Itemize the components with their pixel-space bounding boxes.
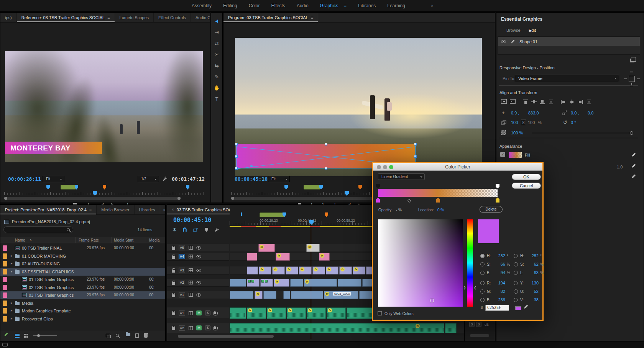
track-lock-icon[interactable] bbox=[172, 294, 175, 297]
source-timecode[interactable]: 00:00:28:11 bbox=[8, 176, 41, 182]
handle-mid-left[interactable] bbox=[235, 155, 238, 158]
track-mute-button[interactable]: M bbox=[196, 310, 202, 315]
workspace-tab-learning[interactable]: Learning bbox=[387, 3, 405, 8]
track-name-badge[interactable]: V4 bbox=[179, 254, 185, 259]
track-lock-icon[interactable] bbox=[172, 282, 175, 285]
track-eye-icon[interactable] bbox=[196, 293, 201, 297]
disclosure-icon[interactable]: ▸ bbox=[11, 301, 13, 305]
disclosure-icon[interactable]: ▸ bbox=[11, 254, 13, 258]
razor-tool[interactable]: ✂ bbox=[215, 51, 219, 57]
track-sync-icon[interactable] bbox=[189, 293, 193, 297]
track-name-badge[interactable]: A1 bbox=[179, 310, 185, 316]
hsb-value[interactable]: 239 bbox=[493, 297, 505, 302]
timeline-clip[interactable]: fx bbox=[286, 266, 298, 274]
timeline-clip[interactable] bbox=[283, 291, 290, 299]
voiceover-mic-icon[interactable] bbox=[214, 311, 216, 314]
track-eye-icon[interactable] bbox=[196, 255, 201, 258]
track-sync-icon[interactable] bbox=[189, 255, 193, 258]
column-frame-rate[interactable]: Frame Rate bbox=[79, 238, 99, 242]
ripple-edit-tool[interactable]: ⇄ bbox=[215, 40, 219, 46]
source-zoom-select[interactable]: Fit bbox=[43, 176, 64, 182]
hsb-radio-b-239[interactable] bbox=[480, 298, 485, 302]
hue-strip[interactable] bbox=[467, 219, 473, 307]
track-lock-icon[interactable] bbox=[172, 327, 175, 330]
handle-bottom-left[interactable] bbox=[235, 167, 238, 170]
rotation-value[interactable]: 0 ° bbox=[571, 120, 576, 125]
work-area-bar[interactable] bbox=[304, 185, 320, 190]
add-marker-icon[interactable] bbox=[205, 228, 208, 232]
workspace-tab-effects[interactable]: Effects bbox=[271, 3, 285, 8]
close-tab-icon[interactable]: × bbox=[172, 207, 174, 212]
tab-project-premierepro-nab2018-drop-02-4[interactable]: Project: PremierePro_NAB2018_Drop_02.4≡ bbox=[0, 205, 97, 214]
source-resolution-select[interactable]: 1/2 bbox=[138, 176, 159, 182]
marker-icon[interactable] bbox=[46, 185, 50, 190]
timeline-clip[interactable] bbox=[247, 279, 260, 287]
track-solo-button[interactable]: S bbox=[205, 310, 210, 315]
handle-top-center[interactable] bbox=[325, 143, 327, 145]
timeline-clip[interactable]: fx bbox=[247, 307, 266, 319]
cancel-button[interactable]: Cancel bbox=[512, 183, 541, 189]
workspace-tab-audio[interactable]: Audio bbox=[297, 3, 309, 8]
panel-overflow-icon[interactable]: » bbox=[160, 205, 165, 214]
voiceover-mic-icon[interactable] bbox=[214, 326, 216, 329]
icon-view-icon[interactable] bbox=[24, 334, 26, 335]
marker-icon[interactable] bbox=[358, 185, 362, 190]
timeline-settings-wrench-icon[interactable] bbox=[214, 227, 219, 232]
distribute-v-button[interactable] bbox=[548, 99, 554, 105]
timeline-clip[interactable] bbox=[445, 323, 457, 333]
column-name[interactable]: Name bbox=[15, 238, 25, 242]
workspace-menu-icon[interactable]: ≡ bbox=[344, 3, 347, 9]
eyedropper-icon[interactable] bbox=[631, 173, 636, 178]
color-stop[interactable] bbox=[376, 198, 380, 203]
color-stop[interactable] bbox=[436, 198, 440, 203]
workspace-overflow-icon[interactable]: » bbox=[431, 3, 432, 8]
hsl-radio-l-63[interactable] bbox=[514, 271, 518, 275]
color-stop[interactable] bbox=[496, 198, 499, 203]
tab-edit[interactable]: Edit bbox=[529, 28, 536, 34]
sort-ascending-icon[interactable]: ∧ bbox=[30, 238, 32, 242]
project-row-02-auto-ducking[interactable]: ▸02 AUTO-DUCKING bbox=[0, 260, 165, 268]
opacity-value[interactable]: 100 % bbox=[511, 131, 523, 135]
fill-checkbox[interactable]: ✓ bbox=[500, 152, 505, 157]
solo-button[interactable]: S bbox=[476, 322, 481, 327]
ok-button[interactable]: OK bbox=[512, 174, 541, 180]
type-tool[interactable]: T bbox=[215, 96, 219, 102]
track-eye-icon[interactable] bbox=[196, 281, 201, 284]
timeline-clip[interactable] bbox=[230, 291, 253, 299]
new-layer-icon[interactable] bbox=[631, 57, 636, 62]
timeline-clip[interactable]: fx bbox=[339, 266, 352, 274]
timeline-clip[interactable]: fx bbox=[307, 307, 326, 319]
timeline-clip[interactable] bbox=[260, 279, 273, 287]
timeline-clip[interactable]: fx bbox=[258, 244, 275, 252]
track-name-badge[interactable]: V1 bbox=[179, 292, 185, 297]
align-right-button[interactable] bbox=[577, 99, 583, 105]
align-hcenter-button[interactable] bbox=[569, 99, 575, 105]
track-sync-icon[interactable] bbox=[189, 326, 193, 330]
source-time-ruler[interactable] bbox=[4, 190, 207, 195]
timeline-clip[interactable] bbox=[290, 279, 303, 287]
hsl-radio-s-62[interactable] bbox=[514, 262, 518, 266]
opacity-value[interactable]: - % bbox=[396, 208, 402, 212]
track-name-badge[interactable]: A2 bbox=[179, 325, 185, 331]
track-header-v3[interactable]: V3 bbox=[167, 266, 229, 274]
position-y-value[interactable]: 833.0 bbox=[528, 111, 539, 115]
find-icon[interactable] bbox=[116, 334, 119, 337]
list-view-icon[interactable] bbox=[15, 334, 20, 338]
track-header-v1[interactable]: V1 bbox=[167, 291, 229, 299]
distribute-h-button[interactable] bbox=[586, 99, 592, 105]
timeline-clip[interactable] bbox=[230, 307, 246, 319]
hand-tool[interactable]: ✋ bbox=[214, 85, 220, 91]
hsb-value[interactable]: 66 bbox=[493, 262, 505, 266]
track-eye-icon[interactable] bbox=[196, 246, 201, 250]
align-bottom-button[interactable] bbox=[539, 99, 545, 105]
zoom-slider-knob[interactable] bbox=[37, 334, 40, 337]
timeline-timecode[interactable]: 00:00:45:10 bbox=[173, 217, 211, 224]
marker-icon[interactable] bbox=[325, 212, 328, 217]
handle-top-left[interactable] bbox=[235, 143, 238, 145]
hsb-value[interactable]: 282 bbox=[493, 253, 505, 258]
timeline-clip[interactable]: fx bbox=[274, 279, 289, 287]
handle-top-right[interactable] bbox=[414, 143, 417, 145]
panel-menu-icon[interactable]: ≡ bbox=[536, 16, 538, 22]
workspace-tab-color[interactable]: Color bbox=[249, 3, 260, 8]
timeline-clip[interactable]: fx bbox=[267, 307, 286, 319]
